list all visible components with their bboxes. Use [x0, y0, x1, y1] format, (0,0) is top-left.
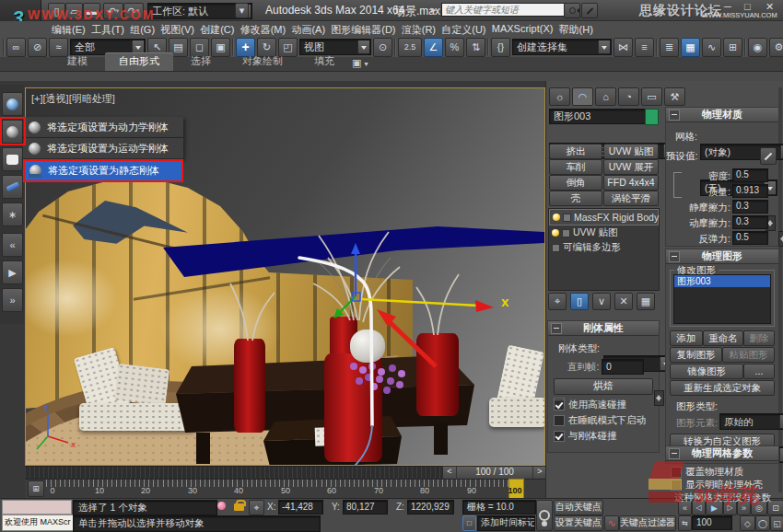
unlink-selection-icon[interactable]: ⊘: [28, 38, 47, 57]
reset-simulation-icon[interactable]: «: [2, 233, 23, 257]
rename-shape-button[interactable]: 重命名: [703, 330, 743, 346]
isolate-toggle-icon[interactable]: □: [462, 515, 476, 531]
menu-customize[interactable]: 自定义(U): [441, 23, 485, 37]
menu-views[interactable]: 视图(V): [160, 23, 194, 37]
eyedropper-icon[interactable]: [760, 147, 777, 165]
select-and-link-icon[interactable]: ∞: [6, 38, 26, 57]
orbit-view-icon[interactable]: ◯: [755, 515, 770, 531]
menu-animation[interactable]: 动画(A): [291, 23, 325, 37]
bounciness-field[interactable]: 0.5: [732, 231, 768, 245]
shape-type-dropdown[interactable]: 原始的: [719, 413, 783, 430]
delete-shape-button[interactable]: 删除: [743, 330, 775, 346]
massfx-world-settings-icon[interactable]: [2, 92, 23, 116]
menu-tools[interactable]: 工具(T): [91, 23, 124, 37]
next-frame-arrow[interactable]: >: [532, 467, 546, 479]
ribbon-tab-freeform[interactable]: 自由形式: [105, 52, 173, 71]
tab-hierarchy[interactable]: ⌂: [595, 87, 616, 106]
x-coord-field[interactable]: -41,428: [278, 500, 323, 515]
percent-snap-icon[interactable]: %: [445, 38, 464, 57]
ribbon-tab-modeling[interactable]: 建模: [53, 52, 101, 71]
menu-edit[interactable]: 编辑(E): [52, 23, 86, 37]
search-expand-icon[interactable]: ▸: [431, 4, 437, 16]
paste-shape-button[interactable]: 粘贴图形: [722, 347, 775, 363]
minimize-button[interactable]: ─: [724, 1, 731, 12]
show-end-result-icon[interactable]: ▯: [570, 293, 589, 310]
make-unique-icon[interactable]: ∨: [592, 293, 611, 310]
menu-maxscript[interactable]: MAXScript(X): [492, 23, 554, 37]
set-key-big-icon[interactable]: [536, 500, 553, 531]
schematic-view-icon[interactable]: ⊞: [723, 38, 742, 57]
material-editor-icon[interactable]: ◉: [748, 38, 767, 57]
named-selection-sets-icon[interactable]: {}: [491, 38, 510, 57]
isolate-pin-icon[interactable]: [217, 502, 226, 510]
shape-list[interactable]: 图形003: [673, 274, 771, 324]
menu-item-kinematic-rigid-body[interactable]: 将选定项设置为运动学刚体: [23, 138, 183, 159]
close-button[interactable]: ✕: [765, 1, 774, 13]
angle-snap-icon[interactable]: ∠: [424, 38, 443, 57]
chevron-down-icon[interactable]: [598, 40, 610, 53]
constraint-icon[interactable]: [2, 175, 23, 199]
mcloth-icon[interactable]: [2, 147, 23, 171]
chevron-down-icon[interactable]: [779, 415, 783, 428]
high-velocity-checkbox[interactable]: [554, 399, 565, 411]
ribbon-tab-object-paint[interactable]: 对象绘制: [228, 52, 297, 71]
save-file-icon[interactable]: ▬: [83, 3, 100, 19]
collapse-icon[interactable]: [551, 323, 562, 334]
workspace-menu-icon[interactable]: ▾: [235, 3, 249, 18]
spinner-snap-icon[interactable]: ⇅: [466, 38, 485, 57]
default-tangent-icon[interactable]: ∿: [604, 515, 619, 531]
bake-button[interactable]: 烘焙: [554, 378, 653, 395]
y-coord-field[interactable]: 80,127: [343, 500, 388, 515]
modbtn-extrude[interactable]: 挤出: [549, 144, 602, 159]
add-shape-button[interactable]: 添加: [670, 330, 703, 346]
chevron-down-icon[interactable]: [132, 40, 144, 53]
current-frame-field[interactable]: 100: [692, 515, 732, 530]
viewport-label[interactable]: [+][透视][明暗处理]: [31, 92, 115, 106]
stack-item-editable-poly[interactable]: 可编辑多边形: [549, 240, 659, 255]
collapse-icon[interactable]: [669, 110, 680, 121]
modifier-stack[interactable]: MassFX Rigid Body UVW 贴图 可编辑多边形: [548, 208, 660, 291]
collapse-icon[interactable]: [669, 448, 680, 459]
start-sleeping-checkbox[interactable]: [554, 415, 565, 426]
render-setup-icon[interactable]: ⚙: [769, 38, 783, 57]
pan-view-icon[interactable]: ◇: [740, 515, 755, 531]
menu-item-dynamic-rigid-body[interactable]: 将选定项设置为动力学刚体: [23, 117, 183, 138]
search-input[interactable]: [441, 3, 567, 17]
maximize-button[interactable]: □: [744, 1, 751, 12]
object-color-swatch[interactable]: [645, 109, 659, 125]
collide-rigid-checkbox[interactable]: [554, 431, 565, 442]
mirror-shape-button[interactable]: 镜像图形: [670, 364, 743, 379]
until-frame-spinner[interactable]: [654, 390, 664, 406]
modbtn-turbosmooth[interactable]: 涡轮平滑: [603, 191, 659, 206]
modbtn-ffd4x4[interactable]: FFD 4x4x4: [603, 175, 659, 191]
remove-modifier-icon[interactable]: ✕: [614, 293, 633, 310]
ragdoll-icon[interactable]: ∗: [2, 202, 23, 226]
configure-modifier-sets-icon[interactable]: ▦: [637, 293, 655, 310]
layer-manager-icon[interactable]: ≣: [660, 38, 679, 57]
tab-create[interactable]: ☼: [549, 87, 570, 106]
modifier-enable-icon[interactable]: [552, 229, 559, 237]
new-file-icon[interactable]: ▯: [48, 3, 65, 19]
shape-list-item-selected[interactable]: 图形003: [674, 275, 770, 287]
key-filters-button[interactable]: 关键点过滤器...: [619, 515, 676, 531]
step-simulation-icon[interactable]: »: [2, 288, 23, 312]
search-icon[interactable]: [564, 3, 580, 18]
tab-motion[interactable]: ◔: [618, 87, 639, 106]
menu-create[interactable]: 创建(C): [200, 23, 234, 37]
modbtn-lathe[interactable]: 车削: [549, 159, 602, 175]
collapse-icon[interactable]: [669, 251, 680, 262]
snap-toggle-icon[interactable]: 2.5: [398, 38, 422, 57]
named-sets-dropdown[interactable]: 创建选择集: [512, 39, 612, 55]
prev-frame-arrow[interactable]: <: [443, 467, 457, 479]
mirror-icon[interactable]: ⋈: [614, 38, 633, 57]
modbtn-bevel[interactable]: 倒角: [549, 175, 602, 191]
maxscript-mini-listener-white[interactable]: 欢迎使用 MAXScr: [2, 515, 74, 531]
chevron-down-icon[interactable]: [357, 40, 369, 53]
set-key-button[interactable]: 设置关键点: [554, 515, 603, 531]
stack-item-massfx[interactable]: MassFX Rigid Body: [549, 209, 659, 226]
menu-item-static-rigid-body[interactable]: 将选定项设置为静态刚体: [23, 159, 183, 182]
stack-item-uvwmap[interactable]: UVW 贴图: [549, 226, 659, 240]
ribbon-config-icon[interactable]: ▣ ▾: [352, 57, 368, 71]
copy-shape-button[interactable]: 复制图形: [670, 347, 722, 363]
rollout-header[interactable]: 物理材质: [666, 108, 778, 122]
